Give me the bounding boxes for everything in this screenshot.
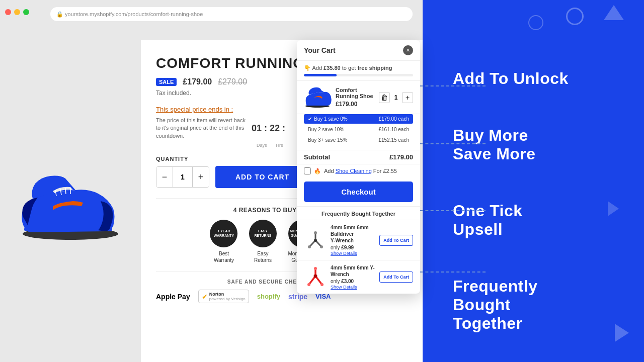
svg-point-20 — [307, 283, 310, 286]
fbt-section: Frequently Bought Together 4mm 5mm 6mm B… — [297, 206, 420, 294]
progress-bar-fill — [304, 74, 337, 76]
svg-line-3 — [65, 188, 66, 194]
stripe-logo: stripe — [288, 293, 307, 301]
hrs-label: Hrs — [276, 143, 283, 148]
cart-item-image — [304, 86, 332, 109]
norton-check-icon: ✔ — [202, 293, 208, 301]
url-bar[interactable]: 🔒 yourstore.myshopify.com/products/comfo… — [56, 11, 203, 18]
shipping-bar-area: 👇 Add £35.80 to get free shipping — [297, 61, 420, 81]
product-image-area — [0, 40, 141, 362]
volume-row-3[interactable]: Buy 3+ save 15% £152.15 each — [304, 135, 413, 145]
fbt-item-2-name: 4mm 5mm 6mm Y-Wrench — [331, 264, 375, 278]
cart-item-info: Comfort Running Shoe £179.00 — [336, 87, 375, 108]
shopify-logo: shopify — [257, 293, 280, 300]
qty-decrease-button[interactable]: − — [156, 167, 173, 187]
sale-badge: SALE — [156, 78, 177, 86]
cart-title: Your Cart — [304, 46, 336, 54]
upsell-link[interactable]: Shoe Cleaning — [336, 168, 372, 174]
fbt-item-2-price: only £3.00 — [331, 279, 375, 284]
shipping-amount: £35.80 — [324, 65, 341, 71]
cart-modal: Your Cart × 👇 Add £35.80 to get free shi… — [297, 40, 420, 294]
dashed-line-2 — [420, 143, 486, 144]
qty-increase-button[interactable]: + — [193, 167, 209, 187]
fbt-item-1-details[interactable]: Show Details — [331, 251, 375, 256]
volume-price-3: £152.15 each — [378, 137, 409, 143]
svg-point-12 — [314, 231, 317, 234]
warranty-circle: 1 YEARWARRANTY — [210, 220, 237, 247]
annotation-text-3: One TickUpsell — [453, 202, 624, 239]
svg-point-21 — [320, 283, 324, 286]
volume-row-2[interactable]: Buy 2 save 10% £161.10 each — [304, 125, 413, 134]
quantity-control: − + — [156, 166, 209, 188]
volume-check-icon: ✔ — [308, 116, 312, 122]
window-close[interactable] — [5, 9, 11, 15]
subtotal-label: Subtotal — [304, 153, 330, 161]
svg-point-19 — [314, 267, 317, 270]
cart-item-price: £179.00 — [336, 101, 375, 108]
cart-header: Your Cart × — [297, 40, 420, 61]
annotation-3: One TickUpsell — [453, 202, 624, 239]
cart-item: Comfort Running Shoe £179.00 🗑 1 + — [297, 81, 420, 114]
svg-point-14 — [320, 245, 323, 248]
annotation-text-4: FrequentlyBoughtTogether — [453, 277, 624, 332]
fbt-item-2-info: 4mm 5mm 6mm Y-Wrench only £3.00 Show Det… — [331, 264, 375, 290]
volume-pricing: ✔ Buy 1 save 0% £179.00 each Buy 2 save … — [304, 114, 413, 145]
fbt-item-2-details[interactable]: Show Details — [331, 285, 375, 290]
cart-increase-button[interactable]: + — [402, 92, 413, 103]
checkout-button[interactable]: Checkout — [304, 182, 413, 202]
add-to-cart-button[interactable]: ADD TO CART — [215, 166, 309, 188]
cart-remove-button[interactable]: 🗑 — [379, 92, 390, 103]
volume-price-2: £161.10 each — [378, 127, 409, 132]
current-price: £179.00 — [183, 77, 212, 86]
fbt-item-1-image — [304, 229, 327, 251]
svg-rect-7 — [306, 105, 329, 106]
cart-item-controls: 🗑 1 + — [379, 92, 413, 103]
subtotal-price: £179.00 — [389, 153, 413, 161]
special-price-link[interactable]: This special price ends in : — [156, 106, 233, 113]
cart-close-button[interactable]: × — [403, 45, 413, 55]
reason-warranty: 1 YEARWARRANTY BestWarranty — [210, 220, 237, 263]
fbt-item-1-info: 4mm 5mm 6mm BalldriverY-Wrench only £9.9… — [331, 224, 375, 256]
upsell-row: 🔥 Add Shoe Cleaning For £2.55 — [297, 164, 420, 177]
deco-circle-blue — [528, 15, 543, 30]
annotation-2: Buy MoreSave More — [453, 126, 624, 163]
upsell-text: Add Shoe Cleaning For £2.55 — [324, 168, 397, 174]
svg-point-18 — [313, 275, 317, 278]
window-maximize[interactable] — [23, 9, 29, 15]
annotation-4: FrequentlyBoughtTogether — [453, 277, 624, 332]
returns-circle: EASYRETURNS — [249, 220, 277, 247]
upsell-fire-icon: 🔥 — [314, 168, 321, 174]
deco-triangle-top-right — [604, 5, 624, 20]
subtotal-row: Subtotal £179.00 — [297, 150, 420, 164]
fbt-add-button-2[interactable]: Add To Cart — [379, 272, 413, 283]
fbt-item-1-price: only £9.99 — [331, 245, 375, 250]
browser-chrome: 🔒 yourstore.myshopify.com/products/comfo… — [0, 0, 423, 40]
volume-row-1[interactable]: ✔ Buy 1 save 0% £179.00 each — [304, 114, 413, 124]
upsell-checkbox[interactable] — [304, 167, 311, 174]
dashed-line-1 — [420, 85, 486, 86]
shipping-bold: free shipping — [357, 65, 392, 71]
window-minimize[interactable] — [14, 9, 20, 15]
volume-label-1: Buy 1 save 0% — [314, 116, 348, 122]
volume-label-3: Buy 3+ save 15% — [308, 137, 347, 143]
volume-price-1: £179.00 each — [378, 116, 409, 122]
fbt-item-1-name: 4mm 5mm 6mm BalldriverY-Wrench — [331, 224, 375, 244]
fbt-add-button-1[interactable]: Add To Cart — [379, 235, 413, 246]
cart-item-name: Comfort Running Shoe — [336, 87, 375, 99]
shipping-text: 👇 Add £35.80 to get free shipping — [304, 65, 413, 71]
norton-name: Norton — [209, 292, 246, 297]
fbt-item-2-image — [304, 266, 327, 289]
countdown-timer: 01 : 22 : — [252, 123, 285, 134]
original-price: £279.00 — [218, 77, 247, 86]
reason-returns: EASYRETURNS Easy Returns — [248, 220, 278, 263]
qty-input[interactable] — [173, 167, 193, 187]
annotations: Add To Unlock Buy MoreSave More One Tick… — [433, 40, 644, 362]
visa-logo: VISA — [315, 293, 331, 300]
fbt-item-1: 4mm 5mm 6mm BalldriverY-Wrench only £9.9… — [297, 220, 420, 260]
fbt-title: Frequently Bought Together — [297, 207, 420, 220]
progress-bar-bg — [304, 74, 413, 76]
dashed-line-4 — [420, 272, 486, 273]
norton-by: powered by Verisign — [209, 297, 246, 301]
deco-circle-top-right — [566, 8, 584, 25]
svg-point-11 — [314, 239, 317, 242]
